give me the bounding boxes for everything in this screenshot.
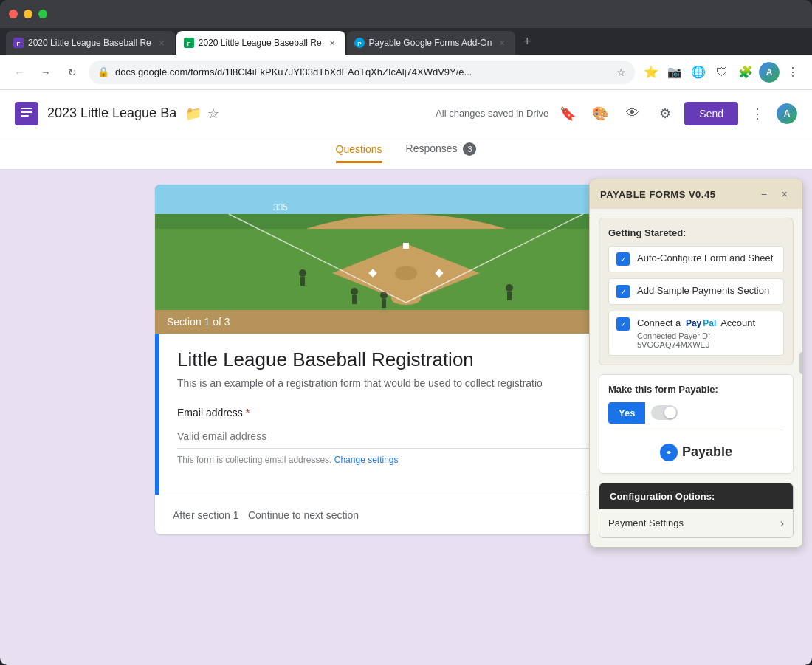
extensions-icon[interactable]: 🧩 [735,62,756,83]
bookmark-icon[interactable]: ⭐ [641,62,661,83]
forms-actions: All changes saved in Drive 🔖 🎨 👁 ⚙ Send … [436,100,797,127]
browser-tab-3[interactable]: P Payable Google Forms Add-On ✕ [347,31,516,55]
payment-settings-row[interactable]: Payment Settings › [608,517,784,530]
forms-logo [15,102,38,125]
reload-button[interactable]: ↻ [62,62,83,83]
forms-tabs: Questions Responses 3 [0,137,812,170]
account-avatar-img: A [777,103,797,124]
title-actions: 📁 ☆ [185,106,219,122]
menu-icon[interactable]: ⋮ [782,62,803,83]
toggle-row: Yes [608,402,784,424]
lens-icon[interactable]: 📷 [664,62,685,83]
tab-questions[interactable]: Questions [336,143,382,163]
more-options-icon[interactable]: ⋮ [744,100,771,127]
forms-header: 2023 Little League Ba 📁 ☆ All changes sa… [0,90,812,137]
tab-title-3: Payable Google Forms Add-On [369,38,492,48]
svg-rect-31 [507,292,512,300]
make-payable-title: Make this form Payable: [608,384,784,395]
svg-rect-25 [300,277,305,286]
preview-icon[interactable]: 👁 [619,100,646,127]
checkbox-item-3[interactable]: Connect a PayPal Account Connected Payer… [608,311,784,356]
svg-point-26 [351,288,358,295]
payable-logo-row: Payable [608,436,784,464]
maximize-traffic-light[interactable] [38,10,47,18]
payable-panel: PAYABLE FORMS V0.45 − × Getting Stareted… [589,179,803,548]
paypal-logo: PayPal [686,318,716,330]
toggle-track[interactable] [651,405,678,420]
make-payable-section: Make this form Payable: Yes [599,374,794,474]
getting-started-title: Getting Stareted: [608,227,784,238]
panel-resize-handle[interactable] [799,352,803,374]
title-bar [0,0,812,28]
checkbox-2-checked [616,285,630,298]
tab-close-2[interactable]: ✕ [326,37,338,49]
address-bar: ← → ↻ 🔒 docs.google.com/forms/d/1l8Cl4iF… [0,55,812,90]
svg-point-16 [391,293,421,305]
payable-panel-body: Getting Stareted: Auto-Configure Form an… [590,209,802,547]
tab-close-1[interactable]: ✕ [156,37,168,49]
svg-text:335: 335 [273,202,288,213]
email-label: Email address * [177,407,639,418]
responses-badge: 3 [463,142,476,156]
account-avatar[interactable]: A [777,103,797,124]
form-section: Little League Baseball Registration This… [155,334,657,495]
forward-button[interactable]: → [35,62,56,83]
close-traffic-light[interactable] [9,10,18,18]
checkbox-item-1[interactable]: Auto-Configure Form and Sheet [608,246,784,272]
svg-point-24 [299,269,306,277]
email-field: Email address * This form is collecting … [177,407,639,465]
palette-icon[interactable]: 🎨 [587,100,613,127]
config-options-section: Configuration Options: Payment Settings … [599,483,794,538]
form-description: This is an example of a registration for… [177,377,639,389]
checkbox-1-label: Auto-Configure Form and Sheet [637,252,773,265]
svg-point-15 [395,266,417,280]
tab-favicon-1: F [13,38,24,48]
panel-minimize-button[interactable]: − [757,187,771,201]
panel-close-button[interactable]: × [777,187,792,201]
change-settings-link[interactable]: Change settings [334,455,399,465]
translate-icon[interactable]: 🌐 [688,62,709,83]
checkbox-3-content: Connect a PayPal Account Connected Payer… [637,317,776,349]
svg-text:F: F [187,41,190,47]
tab-responses[interactable]: Responses 3 [406,142,477,164]
url-bar[interactable]: 🔒 docs.google.com/forms/d/1l8Cl4iFkPKu7J… [89,61,635,84]
svg-point-28 [380,292,388,299]
forms-document-title: 2023 Little League Ba [47,106,176,121]
minimize-traffic-light[interactable] [24,10,32,18]
email-input[interactable] [177,424,639,449]
yes-button[interactable]: Yes [608,402,645,424]
payable-brand-logo: Payable [660,444,732,461]
template-icon[interactable]: 🔖 [554,100,581,127]
config-header: Configuration Options: [599,483,793,509]
profile-avatar: A [759,62,780,83]
new-tab-button[interactable]: + [517,31,537,52]
back-button[interactable]: ← [9,62,30,83]
url-text: docs.google.com/forms/d/1l8Cl4iFkPKu7JYI… [115,66,610,77]
lock-icon: 🔒 [97,66,109,77]
panel-header-actions: − × [757,187,792,201]
shield-icon[interactable]: 🛡 [712,62,732,83]
checkbox-1-checked [616,252,630,266]
browser-tab-1[interactable]: F 2020 Little League Baseball Re ✕ [6,31,175,55]
tab-bar: F 2020 Little League Baseball Re ✕ F 202… [0,28,812,55]
config-body: Payment Settings › [599,509,793,537]
send-button[interactable]: Send [684,102,738,125]
settings-icon[interactable]: ⚙ [652,100,678,127]
svg-rect-8 [21,111,32,113]
svg-text:P: P [357,41,362,47]
payable-panel-title: PAYABLE FORMS V0.45 [600,189,715,200]
payable-icon [660,444,678,461]
after-section-text: After section 1 Continue to next section [173,509,359,522]
tab-close-3[interactable]: ✕ [496,37,508,49]
browser-tab-2[interactable]: F 2020 Little League Baseball Re ✕ [176,31,345,55]
toggle-thumb [664,407,676,418]
saved-status: All changes saved in Drive [436,108,548,119]
star-url-icon[interactable]: ☆ [616,66,626,78]
folder-icon[interactable]: 📁 [185,106,202,122]
section-header: Section 1 of 3 [155,310,657,334]
checkbox-item-2[interactable]: Add Sample Payments Section [608,278,784,305]
svg-text:F: F [17,41,21,47]
star-icon[interactable]: ☆ [207,106,219,122]
profile-button[interactable]: A [759,62,780,83]
form-card: 335 400 Section 1 of 3 [155,185,657,534]
